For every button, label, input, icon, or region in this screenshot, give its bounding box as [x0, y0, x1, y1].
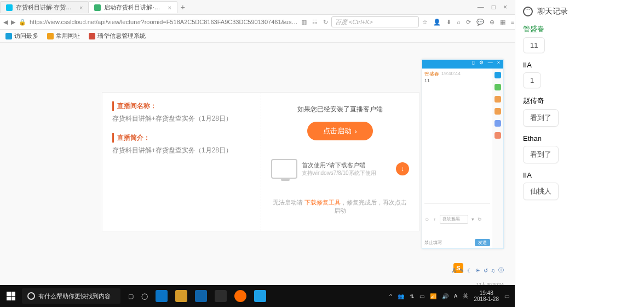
nav-back-icon[interactable]: ◀ — [3, 19, 8, 26]
room-name-value: 存货科目讲解+存货盘查实务（1月28日） — [112, 114, 251, 123]
tray-people-icon[interactable]: 👥 — [398, 293, 404, 299]
browser-toolbar: ◀ ▶ 🔒 https://view.csslcloud.net/api/vie… — [0, 14, 515, 30]
room-intro-value: 存货科目讲解+存货盘查实务（1月28日） — [112, 146, 251, 155]
grid-icon[interactable]: ▦ — [500, 19, 505, 26]
search-input[interactable]: 百度 <Ctrl+K> — [331, 16, 419, 27]
download-title: 首次使用?请下载客户端 — [302, 161, 376, 169]
launch-button[interactable]: 点击启动 › — [307, 122, 373, 140]
star-icon[interactable]: ☆ — [422, 19, 428, 26]
window-maximize-icon[interactable]: □ — [492, 3, 496, 11]
notifications-icon[interactable]: ▭ — [504, 293, 509, 299]
chat-icon[interactable]: 💬 — [476, 19, 484, 26]
client-app-icon[interactable] — [254, 290, 266, 302]
window-close-icon[interactable]: × — [503, 3, 507, 11]
chat-user-name: IIA — [523, 61, 639, 69]
tool-pen-icon[interactable]: ✎ — [459, 268, 464, 274]
side-manage-icon[interactable] — [495, 120, 501, 127]
chat-user-name: Ethan — [523, 134, 639, 143]
app-settings-icon[interactable]: ⚙ — [479, 60, 484, 69]
taskbar-search[interactable]: 有什么帮助你更快找到内容 — [22, 288, 120, 304]
chat-user-name: IIA — [523, 171, 639, 179]
app-k-icon[interactable] — [195, 290, 207, 302]
fix-tool-link[interactable]: 下载修复工具 — [304, 199, 341, 206]
reader-icon[interactable]: ☷ — [312, 19, 318, 26]
app-sidebar — [492, 69, 503, 248]
tool-music-icon[interactable]: ♫ — [491, 268, 496, 274]
zoom-icon[interactable]: ⊕ — [490, 19, 495, 26]
bookmark-icon — [5, 33, 12, 39]
explorer-icon[interactable] — [175, 290, 187, 302]
chat-msg-name: 管盛春 — [424, 71, 439, 78]
side-note-icon[interactable] — [495, 84, 501, 90]
app-close-icon[interactable]: × — [497, 60, 500, 69]
side-chat-icon[interactable] — [495, 72, 501, 78]
tray-battery-icon[interactable]: ▭ — [419, 293, 424, 299]
chevron-down-icon[interactable]: ▾ — [472, 217, 474, 222]
taskbar-clock[interactable]: 19:48 2018-1-28 — [474, 290, 499, 302]
bookmark-most-visited[interactable]: 访问最多 — [5, 32, 38, 40]
tool-a-icon[interactable]: A — [452, 268, 456, 274]
launch-message: 如果您已经安装了直播客户端 — [297, 105, 383, 114]
browser-tab-1[interactable]: 存货科目讲解·存货盘查实… × — [0, 1, 89, 13]
clock-date: 2018-1-28 — [474, 296, 499, 302]
tray-network-icon[interactable]: ⇅ — [410, 293, 414, 299]
launch-button-label: 点击启动 — [323, 126, 352, 136]
tray-up-icon[interactable]: ^ — [389, 293, 392, 299]
tool-undo-icon[interactable]: ↺ — [484, 268, 488, 274]
task-view-icon[interactable]: ▢ — [128, 293, 134, 300]
tab-favicon-icon — [94, 4, 101, 11]
window-minimize-icon[interactable]: — — [478, 3, 484, 11]
tab-close-icon[interactable]: × — [168, 4, 171, 11]
chat-bubble: 仙桃人 — [523, 183, 559, 200]
download-button[interactable]: ↓ — [396, 162, 409, 175]
tool-sun-icon[interactable]: ☀ — [475, 268, 480, 274]
font-select[interactable]: 微软雅黑 — [440, 215, 468, 224]
tab-favicon-icon — [6, 4, 13, 11]
tab-close-icon[interactable]: × — [79, 4, 83, 11]
tab-label: 启动存货科目讲解·存货盘查… — [104, 3, 164, 12]
tray-ime-icon[interactable]: A — [454, 293, 458, 299]
user-icon[interactable]: 👤 — [433, 19, 441, 26]
menu-icon[interactable]: ≡ — [511, 19, 514, 25]
people-icon[interactable]: ◯ — [141, 293, 148, 300]
download-subtitle: 支持windows7/8/10系统下使用 — [302, 169, 376, 177]
chat-user-name: 赵传奇 — [523, 96, 639, 106]
launch-card: 直播间名称： 存货科目讲解+存货盘查实务（1月28日） 直播简介： 存货科目讲解… — [102, 92, 419, 231]
nav-forward-icon[interactable]: ▶ — [11, 19, 15, 26]
bookmark-label: 访问最多 — [14, 32, 38, 40]
start-button[interactable] — [0, 292, 22, 300]
emoji-icon[interactable]: ☺ — [424, 217, 429, 222]
edge-icon[interactable] — [156, 290, 168, 302]
tool-info-icon[interactable]: ⓘ — [498, 266, 504, 274]
firefox-icon[interactable] — [234, 290, 246, 302]
side-broadcast-icon[interactable] — [495, 108, 501, 115]
chat-msg-body: 11 — [424, 78, 490, 83]
side-user-icon[interactable] — [495, 96, 501, 103]
tray-lang-icon[interactable]: 英 — [463, 292, 468, 300]
tray-sound-icon[interactable]: 🔊 — [442, 293, 449, 299]
download-icon[interactable]: ⬇ — [446, 19, 451, 26]
monitor-icon — [271, 159, 297, 179]
tray-wifi-icon[interactable]: 📶 — [430, 293, 436, 299]
chat-input-bar: ☺ ♀ 微软雅黑 ▾ ↻ — [424, 203, 490, 232]
reload-icon[interactable]: ↻ — [478, 217, 482, 222]
tool-moon-icon[interactable]: ☾ — [467, 268, 472, 274]
browser-tab-2[interactable]: 启动存货科目讲解·存货盘查… × — [88, 1, 177, 13]
refresh-icon[interactable]: ⟳ — [466, 19, 471, 26]
app-expand-icon[interactable]: ▯ — [472, 60, 475, 69]
home-icon[interactable]: ⌂ — [457, 19, 461, 25]
shield-icon[interactable]: ▥ — [301, 19, 307, 26]
bookmark-label: 常用网址 — [56, 32, 80, 40]
reload-icon[interactable]: ↻ — [323, 19, 328, 26]
side-more-icon[interactable] — [495, 132, 501, 139]
app-dark-icon[interactable] — [215, 290, 227, 302]
bookmark-common[interactable]: 常用网址 — [47, 32, 80, 40]
bookmark-ruihua[interactable]: 瑞华信息管理系统 — [89, 32, 146, 40]
taskbar-search-placeholder: 有什么帮助你更快找到内容 — [38, 292, 111, 300]
url-input[interactable]: https://view.csslcloud.net/api/view/lect… — [30, 19, 298, 25]
client-app-window: ▯ ⚙ — × 管盛春 19:40:44 11 ☺ ♀ 微软雅黑 ▾ — [422, 59, 504, 249]
send-button[interactable]: 发送 — [475, 239, 490, 246]
app-minimize-icon[interactable]: — — [488, 60, 493, 69]
new-tab-button[interactable]: + — [177, 3, 189, 12]
user-icon[interactable]: ♀ — [433, 217, 436, 222]
